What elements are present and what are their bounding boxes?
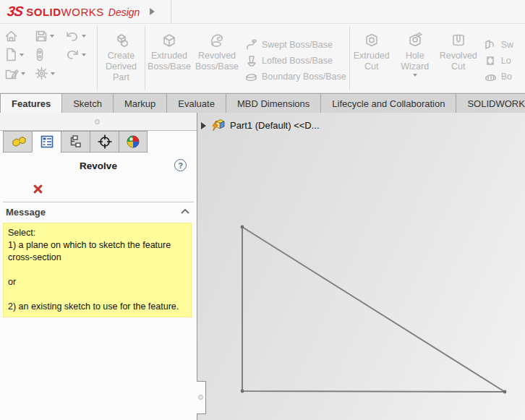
home-button[interactable] (4, 30, 18, 43)
extruded-cut-icon (363, 32, 380, 49)
extruded-boss-base-button[interactable]: Extruded Boss/Base (145, 24, 193, 93)
message-header-label: Message (6, 207, 46, 218)
display-manager-icon (126, 134, 140, 149)
tree-item-part1[interactable]: Part1 (Default) <<D... (230, 120, 320, 131)
options-dropdown-caret[interactable] (51, 72, 55, 75)
graphics-viewport[interactable]: Part1 (Default) <<D... (197, 113, 525, 420)
hole-wizard-dropdown-caret[interactable] (413, 74, 417, 77)
tab-sketch[interactable]: Sketch (61, 93, 113, 113)
close-x-icon[interactable] (32, 183, 45, 196)
message-line: or (8, 276, 187, 288)
message-line: 1) a plane on which to sketch the featur… (8, 239, 187, 264)
create-derived-part-button[interactable]: Create Derived Part (98, 24, 145, 93)
brand-design: Design (108, 7, 140, 18)
lofted-boss-label: Lofted Boss/Base (262, 56, 333, 66)
title-bar: 3S SOLID WORKS Design (0, 0, 525, 24)
new-document-button[interactable] (4, 48, 17, 61)
message-box: Select: 1) a plane on which to sketch th… (3, 223, 192, 317)
titlebar-separator (171, 0, 171, 24)
boundary-cut-icon (485, 71, 497, 82)
hole-wizard-label-1: Hole (406, 51, 424, 61)
tab-markup[interactable]: Markup (113, 93, 166, 113)
tab-dimxpert-manager[interactable] (90, 131, 119, 153)
create-derived-label-1: Create (108, 51, 135, 61)
redo-icon (65, 48, 80, 61)
message-section-header[interactable]: Message (0, 202, 197, 222)
flyout-arrow-icon[interactable] (150, 8, 155, 15)
tab-solidworks-addins[interactable]: SOLIDWORKS (456, 93, 525, 113)
save-dropdown-caret[interactable] (50, 35, 54, 38)
swept-cut-icon (485, 39, 497, 51)
rebuild-button[interactable] (35, 48, 45, 61)
lofted-boss-base-button[interactable]: Lofted Boss/Base (245, 55, 346, 67)
splitter-grip-dot (198, 395, 203, 400)
tree-expand-arrow-icon[interactable] (201, 122, 206, 129)
new-dropdown-caret[interactable] (20, 53, 24, 56)
save-button[interactable] (35, 30, 48, 43)
help-icon[interactable]: ? (174, 159, 187, 171)
boundary-boss-label: Boundary Boss/Base (262, 72, 346, 82)
swept-boss-base-button[interactable]: Swept Boss/Base (245, 39, 346, 51)
qat-row-2 (4, 48, 97, 61)
redo-button[interactable] (65, 48, 80, 61)
revolved-boss-base-icon (208, 32, 226, 49)
revolved-cut-button[interactable]: Revolved Cut (437, 24, 480, 93)
undo-dropdown-caret[interactable] (82, 35, 86, 38)
sketch-vertex-point[interactable] (503, 390, 507, 394)
tab-evaluate[interactable]: Evaluate (166, 93, 226, 113)
tab-configuration-manager[interactable] (61, 131, 90, 153)
swept-cut-label: Sw (501, 40, 513, 50)
redo-dropdown-caret[interactable] (82, 53, 86, 56)
tab-mbd-dimensions[interactable]: MBD Dimensions (226, 93, 320, 113)
rebuild-icon (35, 48, 45, 61)
property-manager-panel: Revolve ? Message Select: 1) a plane on … (0, 113, 197, 420)
create-derived-part-icon (112, 32, 131, 49)
tab-features[interactable]: Features (0, 93, 61, 113)
property-manager-header: Revolve ? (0, 153, 197, 179)
main-content: Revolve ? Message Select: 1) a plane on … (0, 113, 525, 420)
open-dropdown-caret[interactable] (21, 72, 25, 75)
hole-wizard-label-2: Wizard (401, 61, 429, 72)
boundary-boss-base-button[interactable]: Boundary Boss/Base (245, 71, 346, 82)
panel-collapse-grip[interactable] (95, 119, 100, 124)
quick-access-toolbar (0, 24, 97, 93)
sketch-triangle-polygon[interactable] (242, 227, 505, 392)
hole-wizard-button[interactable]: Hole Wizard (393, 24, 437, 93)
boss-small-buttons: Swept Boss/Base Lofted Boss/Base Boundar… (241, 24, 349, 93)
options-gear-icon (35, 67, 48, 80)
qat-row-1 (4, 30, 97, 43)
revolved-boss-base-button[interactable]: Revolved Boss/Base (193, 24, 241, 93)
tab-lifecycle-collaboration[interactable]: Lifecycle and Collaboration (320, 93, 456, 113)
ribbon: Create Derived Part Extruded Boss/Base R… (0, 24, 525, 93)
swept-boss-base-icon (245, 39, 257, 51)
boundary-cut-button[interactable]: Bo (485, 71, 513, 82)
tab-feature-tree[interactable] (3, 131, 32, 153)
create-derived-label-2: Derived (106, 61, 137, 72)
solidworks-logo: 3S SOLID WORKS Design (0, 4, 140, 20)
chevron-up-icon[interactable] (181, 209, 189, 214)
tab-property-manager[interactable] (32, 131, 61, 153)
sketch-vertex-point[interactable] (241, 226, 244, 229)
new-document-icon (4, 48, 17, 61)
extruded-cut-label-1: Extruded (354, 51, 390, 61)
open-button[interactable] (4, 67, 19, 80)
panel-splitter-handle[interactable] (197, 381, 206, 414)
configuration-manager-icon (69, 134, 83, 149)
options-button[interactable] (35, 67, 48, 80)
tab-display-manager[interactable] (119, 131, 148, 153)
undo-button[interactable] (65, 30, 80, 43)
save-icon (35, 30, 48, 43)
lofted-cut-button[interactable]: Lo (485, 55, 513, 67)
swept-cut-button[interactable]: Sw (485, 39, 513, 51)
command-manager-tabs: Features Sketch Markup Evaluate MBD Dime… (0, 93, 525, 113)
brand-works: WORKS (61, 6, 104, 18)
brand-solid: SOLID (26, 6, 61, 18)
panel-tab-bar (0, 131, 197, 153)
boundary-cut-label: Bo (501, 72, 512, 82)
feature-tree-flyout: Part1 (Default) <<D... (201, 119, 320, 132)
extruded-cut-button[interactable]: Extruded Cut (350, 24, 393, 93)
extruded-boss-label-2: Boss/Base (148, 61, 191, 72)
revolved-cut-label-2: Cut (451, 61, 465, 72)
sketch-vertex-point[interactable] (241, 390, 244, 393)
part-icon (210, 119, 226, 132)
